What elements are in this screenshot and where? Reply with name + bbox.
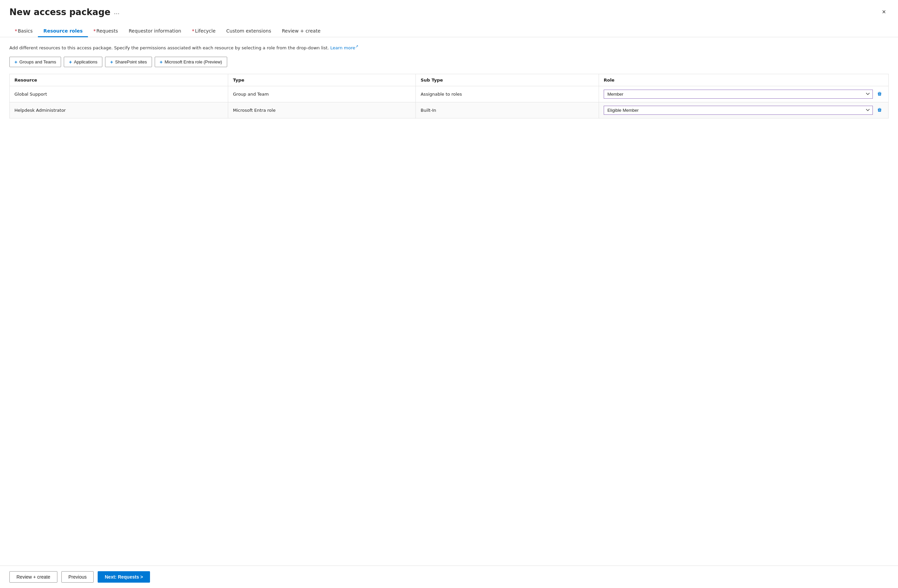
- content-area: Add different resources to this access p…: [0, 37, 898, 565]
- delete-button-global-support[interactable]: [875, 90, 884, 98]
- role-select-global-support[interactable]: Member Owner: [604, 89, 873, 99]
- review-create-button[interactable]: Review + create: [9, 571, 57, 583]
- plus-icon-groups: +: [14, 59, 17, 65]
- resource-subtype-builtin: Built-In: [416, 102, 599, 118]
- close-button[interactable]: ×: [879, 7, 889, 17]
- trash-icon-helpdesk: [877, 108, 882, 113]
- external-link-icon: ↗: [355, 44, 358, 49]
- basics-required-star: *: [15, 28, 17, 34]
- dialog-header: New access package ... ×: [0, 0, 898, 17]
- tab-requestor-information[interactable]: Requestor information: [123, 26, 186, 37]
- col-header-type: Type: [228, 74, 416, 86]
- tabs-container: *Basics Resource roles *Requests Request…: [0, 20, 898, 37]
- table-row: Helpdesk Administrator Microsoft Entra r…: [10, 102, 888, 118]
- tab-lifecycle[interactable]: *Lifecycle: [186, 26, 221, 37]
- resource-name-global-support: Global Support: [10, 86, 228, 102]
- col-header-subtype: Sub Type: [416, 74, 599, 86]
- resource-type-entra-role: Microsoft Entra role: [228, 102, 416, 118]
- lifecycle-required-star: *: [192, 28, 194, 34]
- table-header-row: Resource Type Sub Type Role: [10, 74, 888, 86]
- requests-required-star: *: [93, 28, 95, 34]
- add-groups-teams-button[interactable]: + Groups and Teams: [9, 57, 61, 67]
- description-text: Add different resources to this access p…: [9, 44, 889, 51]
- role-cell-helpdesk: Eligible Member Active Member: [599, 102, 888, 118]
- previous-button[interactable]: Previous: [62, 571, 94, 583]
- trash-icon-global-support: [877, 91, 882, 97]
- tab-resource-roles[interactable]: Resource roles: [38, 26, 88, 37]
- add-applications-button[interactable]: + Applications: [64, 57, 102, 67]
- dialog-title-row: New access package ...: [9, 7, 120, 17]
- tab-review-create[interactable]: Review + create: [277, 26, 326, 37]
- plus-icon-entra: +: [160, 59, 163, 65]
- new-access-package-dialog: New access package ... × *Basics Resourc…: [0, 0, 898, 588]
- role-cell-global-support: Member Owner: [599, 86, 888, 102]
- add-sharepoint-sites-button[interactable]: + SharePoint sites: [105, 57, 152, 67]
- resources-table-container: Resource Type Sub Type Role Global Suppo…: [9, 74, 889, 119]
- footer: Review + create Previous Next: Requests …: [0, 565, 898, 588]
- resources-table: Resource Type Sub Type Role Global Suppo…: [10, 74, 888, 119]
- add-entra-role-button[interactable]: + Microsoft Entra role (Preview): [155, 57, 227, 67]
- resource-subtype-assignable: Assignable to roles: [416, 86, 599, 102]
- action-buttons-container: + Groups and Teams + Applications + Shar…: [9, 57, 889, 67]
- dialog-title: New access package: [9, 7, 111, 17]
- role-select-helpdesk[interactable]: Eligible Member Active Member: [604, 106, 873, 115]
- next-requests-button[interactable]: Next: Requests >: [98, 571, 150, 583]
- learn-more-link[interactable]: Learn more↗: [330, 45, 358, 50]
- table-row: Global Support Group and Team Assignable…: [10, 86, 888, 102]
- resource-name-helpdesk: Helpdesk Administrator: [10, 102, 228, 118]
- plus-icon-applications: +: [69, 59, 72, 65]
- tab-custom-extensions[interactable]: Custom extensions: [221, 26, 277, 37]
- tab-requests[interactable]: *Requests: [88, 26, 123, 37]
- col-header-role: Role: [599, 74, 888, 86]
- plus-icon-sharepoint: +: [110, 59, 113, 65]
- resource-type-group-team: Group and Team: [228, 86, 416, 102]
- col-header-resource: Resource: [10, 74, 228, 86]
- dialog-more-button[interactable]: ...: [114, 8, 120, 15]
- tab-basics[interactable]: *Basics: [9, 26, 38, 37]
- delete-button-helpdesk[interactable]: [875, 106, 884, 114]
